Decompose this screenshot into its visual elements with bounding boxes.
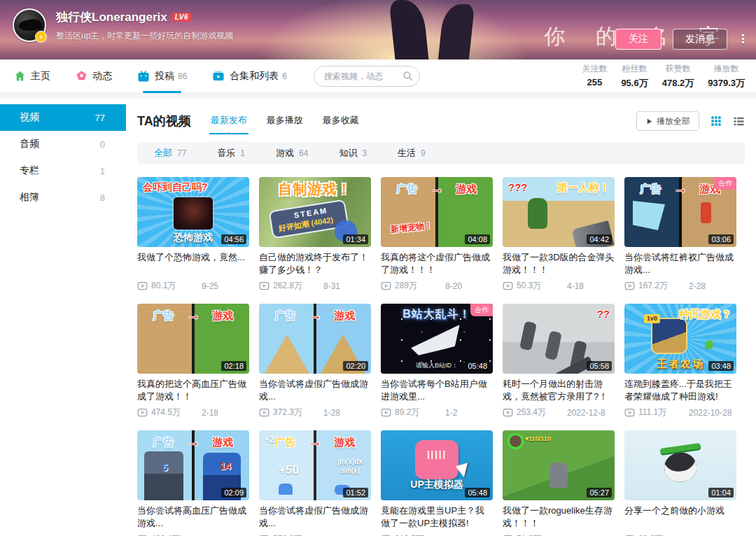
stat-following[interactable]: 关注数255 xyxy=(582,63,607,90)
video-date: 1-2 xyxy=(445,408,457,418)
sidebar-item-videos[interactable]: 视频77 xyxy=(0,104,126,131)
video-thumbnail[interactable]: 广告→游戏合作03:06 xyxy=(624,177,736,247)
filter-knowledge[interactable]: 知识3 xyxy=(339,147,367,160)
filter-all[interactable]: 全部77 xyxy=(154,147,186,160)
sort-tab-most-played[interactable]: 最多播放 xyxy=(267,114,303,128)
video-thumbnail[interactable]: 会吓到自己吗?恐怖游戏04:56 xyxy=(137,177,249,247)
video-thumbnail[interactable]: ???第一人称！04:42 xyxy=(503,177,615,247)
video-card[interactable]: 01:04分享一个之前做的小游戏29.8万2022-4-30 xyxy=(624,430,736,536)
thumbnail-text: UP主模拟器 xyxy=(410,479,463,489)
sidebar-item-articles[interactable]: 专栏1 xyxy=(0,157,126,184)
video-title[interactable]: 当你尝试将每个B站用户做进游戏里... xyxy=(381,378,493,403)
list-view-icon[interactable] xyxy=(733,115,745,127)
nav-tab-uploads[interactable]: 投稿86 xyxy=(137,59,187,93)
video-play-count: 489.1万 xyxy=(151,533,190,536)
video-thumbnail[interactable]: 广告→游戏新增宠物！04:08 xyxy=(381,177,493,247)
stat-plays[interactable]: 播放数9379.3万 xyxy=(708,63,745,90)
video-card[interactable]: 广告→游戏51402:09当你尝试将高血压广告做成游戏...489.1万2022… xyxy=(137,430,249,536)
filter-music[interactable]: 音乐1 xyxy=(217,147,245,160)
thumbnail-text: 好评如潮 (4042) xyxy=(278,216,334,232)
video-card[interactable]: 广告→游戏合作03:06当你尝试将红裤衩广告做成游戏...167.2万2-28 xyxy=(624,177,736,292)
grid-view-icon[interactable] xyxy=(710,115,722,127)
video-card[interactable]: |||||UP主模拟器05:48竟能在游戏里当UP主？我做了一款UP主模拟器!3… xyxy=(381,430,493,536)
video-title[interactable]: 当你尝试将高血压广告做成游戏... xyxy=(137,505,249,530)
video-title[interactable]: 我做了个恐怖游戏，竟然... xyxy=(137,251,249,276)
video-thumbnail[interactable]: ♥110/11005:27 xyxy=(503,430,615,500)
video-title[interactable]: 连跪到膝盖疼...于是我把王者荣耀做成了种田游戏! xyxy=(624,378,736,403)
more-menu-icon[interactable]: ⋮ xyxy=(737,36,749,43)
thumbnail-text: 广告 xyxy=(259,437,312,447)
stat-likes[interactable]: 获赞数478.2万 xyxy=(662,63,694,90)
search-icon[interactable] xyxy=(402,70,414,85)
video-thumbnail[interactable]: 广告→游戏02:18 xyxy=(137,304,249,374)
video-title[interactable]: 当你尝试将虚假广告做成游戏... xyxy=(259,505,371,530)
play-count-icon xyxy=(259,281,270,291)
video-title[interactable]: 自己做的游戏终于发布了！赚了多少钱！？ xyxy=(259,251,371,276)
video-card[interactable]: 广告→游戏02:18我真的把这个高血压广告做成了游戏！！474.5万2-18 xyxy=(137,304,249,418)
play-all-button[interactable]: 播放全部 xyxy=(636,111,699,131)
video-date: 2-18 xyxy=(202,408,218,418)
lightning-badge-icon xyxy=(35,31,47,43)
video-thumbnail[interactable]: B站大乱斗！请输入B站ID：合作05:48 xyxy=(381,304,493,374)
search-box[interactable] xyxy=(314,66,420,87)
video-title[interactable]: 耗时一个月做出的射击游戏，竟然被官方录用了?！ xyxy=(503,378,615,403)
video-card[interactable]: ♥110/11005:27我做了一款roguelike生存游戏！！！51.2万2… xyxy=(503,430,615,536)
video-duration: 04:56 xyxy=(221,234,246,244)
message-button[interactable]: 发消息 xyxy=(673,29,727,50)
video-thumbnail[interactable]: 广告→游戏02:20 xyxy=(259,304,371,374)
video-title[interactable]: 当你尝试将红裤衩广告做成游戏... xyxy=(624,251,736,276)
video-title[interactable]: 竟能在游戏里当UP主？我做了一款UP主模拟器! xyxy=(381,505,493,530)
video-card[interactable]: 会吓到自己吗?恐怖游戏04:56我做了个恐怖游戏，竟然...80.1万9-25 xyxy=(137,177,249,292)
video-card[interactable]: B站大乱斗！请输入B站ID：合作05:48当你尝试将每个B站用户做进游戏里...… xyxy=(381,304,493,418)
video-meta: 89.2万1-2 xyxy=(381,407,493,418)
video-card[interactable]: 1v0种田游戏？王者农场03:48连跪到膝盖疼...于是我把王者荣耀做成了种田游… xyxy=(624,304,736,418)
nav-tab-label: 合集和列表 xyxy=(230,70,279,83)
nav-tab-dynamic[interactable]: 动态 xyxy=(76,59,112,93)
level-badge: LV6 xyxy=(172,13,191,22)
video-duration: 03:48 xyxy=(708,361,734,371)
video-thumbnail[interactable]: 1v0种田游戏？王者农场03:48 xyxy=(624,304,736,374)
thumbnail-text: sin(x) xyxy=(341,467,360,474)
avatar[interactable] xyxy=(13,8,46,42)
sidebar: 视频77音频0专栏1相簿8 xyxy=(0,99,126,536)
nav-tab-collections[interactable]: 合集和列表6 xyxy=(212,59,287,93)
filter-gaming[interactable]: 游戏64 xyxy=(276,147,308,160)
video-title[interactable]: 当你尝试将虚假广告做成游戏... xyxy=(259,378,371,403)
follow-button[interactable]: 关注 xyxy=(615,29,662,50)
play-count-icon xyxy=(137,281,148,291)
video-card[interactable]: ??05:58耗时一个月做出的射击游戏，竟然被官方录用了?！253.4万2022… xyxy=(503,304,615,418)
sort-tab-most-favorited[interactable]: 最多收藏 xyxy=(323,114,359,128)
user-stats: 关注数255粉丝数95.6万获赞数478.2万播放数9379.3万 xyxy=(568,63,745,90)
video-duration: 05:48 xyxy=(465,361,490,371)
video-card[interactable]: +25广告→游戏+50∫ln(x)dxsin(x)01:52当你尝试将虚假广告做… xyxy=(259,430,371,536)
video-meta: 80.1万9-25 xyxy=(137,280,249,292)
sidebar-item-label: 视频 xyxy=(20,111,39,124)
collab-badge: 合作 xyxy=(470,304,493,316)
video-thumbnail[interactable]: 广告→游戏51402:09 xyxy=(137,430,249,500)
nav-tab-home[interactable]: 主页 xyxy=(14,59,50,93)
video-thumbnail[interactable]: +25广告→游戏+50∫ln(x)dxsin(x)01:52 xyxy=(259,430,371,500)
play-count-icon xyxy=(624,407,635,418)
thumbnail-text: 广告 xyxy=(137,437,190,447)
sort-tab-latest[interactable]: 最新发布 xyxy=(211,114,247,128)
video-thumbnail[interactable]: 自制游戏！STEAM好评如潮 (4042)01:34 xyxy=(259,177,371,247)
video-title[interactable]: 我真的把这个高血压广告做成了游戏！！ xyxy=(137,378,249,403)
sidebar-item-albums[interactable]: 相簿8 xyxy=(0,184,126,211)
stat-followers[interactable]: 粉丝数95.6万 xyxy=(621,63,648,90)
video-title[interactable]: 我真的将这个虚假广告做成了游戏！！！ xyxy=(381,251,493,276)
nav-tab-count: 86 xyxy=(178,71,187,81)
video-card[interactable]: ???第一人称！04:42我做了一款3D版的合金弹头游戏！！！50.3万4-18 xyxy=(503,177,615,292)
video-card[interactable]: 广告→游戏新增宠物！04:08我真的将这个虚假广告做成了游戏！！！289万8-2… xyxy=(381,177,493,292)
video-card[interactable]: 自制游戏！STEAM好评如潮 (4042)01:34自己做的游戏终于发布了！赚了… xyxy=(259,177,371,292)
video-thumbnail[interactable]: |||||UP主模拟器05:48 xyxy=(381,430,493,500)
video-thumbnail[interactable]: 01:04 xyxy=(624,430,736,500)
video-thumbnail[interactable]: ??05:58 xyxy=(503,304,615,374)
video-card[interactable]: 广告→游戏02:20当你尝试将虚假广告做成游戏...372.3万1-28 xyxy=(259,304,371,418)
video-title[interactable]: 我做了一款roguelike生存游戏！！！ xyxy=(503,505,615,530)
stat-label: 粉丝数 xyxy=(621,63,648,75)
sidebar-item-label: 音频 xyxy=(20,138,39,150)
video-title[interactable]: 我做了一款3D版的合金弹头游戏！！！ xyxy=(503,251,615,276)
filter-life[interactable]: 生活9 xyxy=(398,147,426,160)
sidebar-item-audio[interactable]: 音频0 xyxy=(0,131,126,157)
video-title[interactable]: 分享一个之前做的小游戏 xyxy=(624,505,736,530)
